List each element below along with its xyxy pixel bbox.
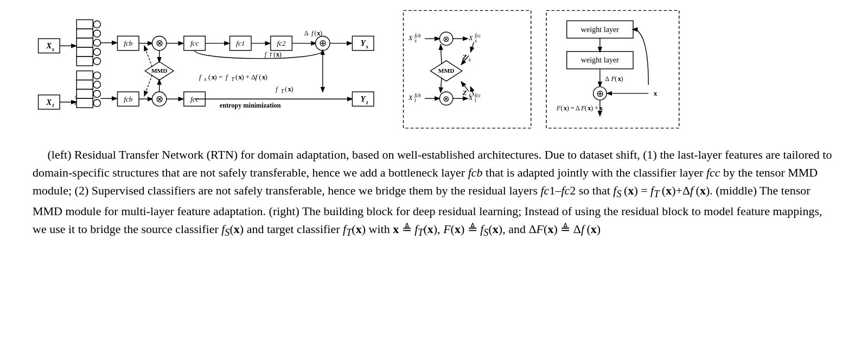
svg-text:fc2: fc2	[277, 39, 286, 47]
svg-text:T: T	[269, 52, 273, 58]
svg-text:Δ: Δ	[605, 75, 609, 83]
description-text: (left) Residual Transfer Network (RTN) f…	[0, 141, 868, 245]
svg-text:(: (	[273, 51, 276, 58]
svg-text:Z: Z	[462, 53, 467, 61]
svg-text:s: s	[414, 38, 417, 43]
svg-point-24	[93, 99, 100, 106]
svg-text:(: (	[585, 104, 587, 112]
svg-text:): )	[320, 29, 322, 37]
svg-text:(: (	[615, 75, 617, 83]
svg-text:(: (	[315, 29, 317, 37]
svg-point-11	[93, 39, 100, 46]
page-container: X s ⋮ AlexNet, ResNet...	[0, 0, 868, 339]
svg-text:MMD: MMD	[151, 67, 167, 74]
svg-rect-99	[404, 10, 531, 128]
svg-text:T: T	[281, 88, 285, 94]
svg-point-9	[93, 21, 100, 28]
svg-text:f: f	[276, 85, 278, 93]
diagram-svg: X s ⋮ AlexNet, ResNet...	[11, 5, 857, 136]
svg-text:⊗: ⊗	[443, 95, 450, 103]
svg-rect-19	[76, 89, 93, 98]
svg-text:MMD: MMD	[438, 67, 454, 74]
svg-rect-8	[76, 56, 93, 66]
svg-text:s: s	[366, 43, 368, 49]
svg-rect-5	[76, 29, 93, 38]
svg-text:⊕: ⊕	[596, 89, 604, 99]
description-paragraph: (left) Residual Transfer Network (RTN) f…	[33, 146, 835, 241]
svg-text:weight layer: weight layer	[581, 25, 619, 34]
svg-text:(: (	[235, 73, 238, 81]
svg-rect-20	[76, 98, 93, 108]
svg-text:⊗: ⊗	[156, 38, 163, 48]
svg-text:t: t	[475, 98, 476, 103]
svg-text:): )	[621, 75, 623, 83]
svg-text:X: X	[468, 94, 473, 102]
svg-text:f: f	[265, 51, 267, 58]
svg-text:): )	[265, 73, 267, 81]
svg-text:T: T	[231, 76, 235, 82]
svg-rect-6	[76, 38, 93, 47]
svg-text:(: (	[560, 104, 563, 112]
svg-text:⊗: ⊗	[156, 94, 163, 104]
svg-text:) +: ) +	[591, 104, 598, 112]
svg-point-22	[93, 81, 100, 88]
svg-text:(: (	[285, 85, 287, 93]
svg-text:x: x	[654, 89, 658, 97]
svg-text:): )	[279, 51, 282, 58]
svg-text:t: t	[414, 98, 416, 103]
svg-text:weight layer: weight layer	[581, 55, 619, 64]
svg-text:fcb: fcb	[124, 39, 132, 47]
svg-text:f: f	[226, 73, 229, 81]
svg-text:⊕: ⊕	[319, 38, 327, 48]
svg-rect-17	[76, 71, 93, 80]
svg-text:X: X	[46, 98, 52, 106]
svg-text:fcc: fcc	[190, 39, 199, 47]
svg-text:f: f	[256, 73, 259, 81]
svg-text:s: s	[204, 76, 206, 82]
svg-line-45	[144, 46, 152, 67]
svg-text:X: X	[408, 34, 413, 42]
svg-text:) + Δ: ) + Δ	[241, 73, 256, 81]
svg-point-13	[93, 58, 100, 65]
svg-line-46	[144, 75, 152, 96]
diagram-area: X s ⋮ AlexNet, ResNet...	[0, 0, 868, 141]
svg-text:X: X	[408, 94, 413, 102]
svg-point-21	[93, 72, 100, 79]
svg-text:): )	[291, 85, 293, 93]
svg-text:f: f	[199, 73, 202, 81]
svg-point-10	[93, 30, 100, 37]
svg-text:fc1: fc1	[236, 39, 245, 47]
svg-text:X: X	[46, 41, 52, 50]
svg-text:fcb: fcb	[124, 95, 132, 103]
svg-text:) =: ) =	[214, 73, 222, 81]
svg-text:entropy minimization: entropy minimization	[220, 102, 281, 109]
svg-text:⊗: ⊗	[443, 35, 450, 43]
svg-text:(: (	[259, 73, 261, 81]
svg-text:s: s	[469, 56, 471, 62]
svg-text:) = Δ: ) = Δ	[567, 104, 580, 112]
svg-text:s: s	[52, 46, 54, 52]
svg-text:Z: Z	[462, 89, 467, 97]
svg-rect-4	[76, 20, 93, 29]
svg-point-23	[93, 90, 100, 97]
svg-text:f: f	[311, 29, 314, 37]
svg-rect-7	[76, 47, 93, 56]
svg-text:X: X	[468, 34, 473, 42]
svg-point-12	[93, 48, 100, 55]
svg-rect-18	[76, 80, 93, 89]
svg-text:(: (	[208, 73, 210, 81]
svg-text:Δ: Δ	[304, 29, 309, 37]
svg-text:s: s	[475, 38, 477, 43]
